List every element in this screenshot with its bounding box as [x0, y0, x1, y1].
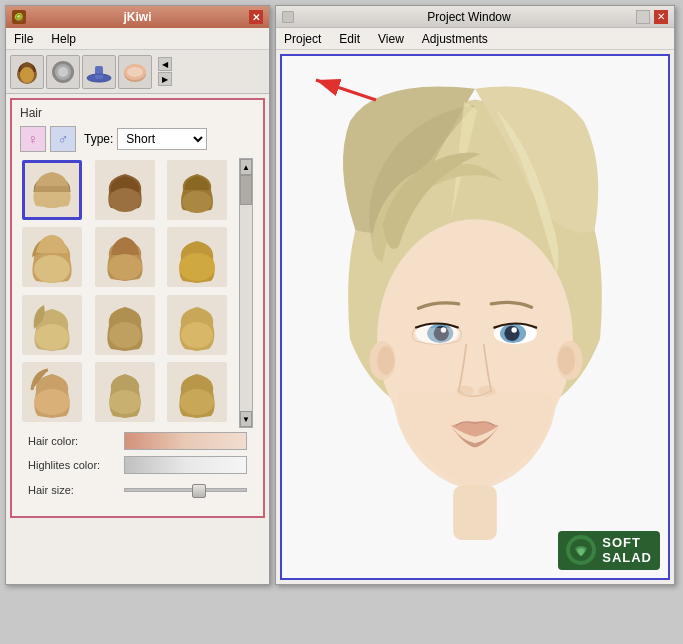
powder-tool-icon[interactable]	[118, 55, 152, 89]
project-window: Project Window ✕ Project Edit View Adjus…	[275, 5, 675, 585]
menu-file[interactable]: File	[10, 30, 37, 48]
svg-rect-26	[453, 486, 497, 540]
svg-line-24	[316, 80, 376, 100]
highlights-color-row: Highlites color:	[28, 456, 247, 474]
hair-item-3[interactable]	[167, 160, 227, 220]
hair-grid-scrollbar[interactable]: ▲ ▼	[239, 158, 253, 428]
svg-point-14	[34, 255, 70, 283]
project-canvas: SOFT SALAD	[280, 54, 670, 580]
hair-color-bar[interactable]	[124, 432, 247, 450]
project-titlebar: Project Window ✕	[276, 6, 674, 28]
hair-item-12[interactable]	[167, 362, 227, 422]
brush-tool-icon[interactable]	[46, 55, 80, 89]
svg-point-40	[558, 346, 575, 374]
scroll-down-button[interactable]: ▼	[240, 411, 252, 427]
hair-item-11[interactable]	[95, 362, 155, 422]
menu-help[interactable]: Help	[47, 30, 80, 48]
highlights-color-bar[interactable]	[124, 456, 247, 474]
watermark: SOFT SALAD	[558, 531, 660, 570]
menu-edit[interactable]: Edit	[335, 30, 364, 48]
type-label: Type:	[84, 132, 113, 146]
jkiwi-titlebar: 🥝 jKiwi ✕	[6, 6, 269, 28]
toolbar-next-button[interactable]: ▶	[158, 72, 172, 86]
menu-project[interactable]: Project	[280, 30, 325, 48]
svg-point-34	[511, 327, 516, 332]
watermark-logo	[566, 535, 596, 565]
toolbar-prev-button[interactable]: ◀	[158, 57, 172, 71]
hair-size-slider[interactable]	[124, 480, 247, 500]
hat-tool-icon[interactable]	[82, 55, 116, 89]
hair-item-6[interactable]	[167, 227, 227, 287]
hair-section-title: Hair	[20, 106, 255, 120]
female-gender-button[interactable]: ♀	[20, 126, 46, 152]
svg-rect-6	[95, 66, 103, 79]
gender-type-row: ♀ ♂ Type: Short Medium Long Curly Wavy	[20, 126, 255, 152]
watermark-text: SOFT SALAD	[602, 535, 652, 566]
jkiwi-window: 🥝 jKiwi ✕ File Help	[5, 5, 270, 585]
svg-point-18	[109, 322, 141, 348]
scroll-track	[240, 175, 252, 411]
svg-point-20	[34, 389, 70, 415]
face-illustration	[282, 56, 668, 578]
jkiwi-title: jKiwi	[123, 10, 151, 24]
project-title: Project Window	[302, 10, 636, 24]
hair-grid	[20, 158, 255, 428]
jkiwi-menubar: File Help	[6, 28, 269, 50]
hair-item-10[interactable]	[22, 362, 82, 422]
svg-point-22	[180, 389, 214, 415]
male-gender-button[interactable]: ♂	[50, 126, 76, 152]
hair-grid-container: ▲ ▼	[20, 158, 255, 428]
svg-point-15	[108, 254, 142, 280]
svg-point-16	[179, 253, 215, 281]
hair-item-4[interactable]	[22, 227, 82, 287]
svg-point-17	[35, 324, 69, 350]
app-icon: 🥝	[12, 10, 26, 24]
slider-thumb[interactable]	[192, 484, 206, 498]
toolbar: ◀ ▶	[6, 50, 269, 94]
toolbar-nav: ◀ ▶	[158, 57, 172, 86]
svg-point-13	[182, 191, 212, 213]
hair-color-label: Hair color:	[28, 435, 118, 447]
svg-point-4	[58, 67, 68, 77]
hair-item-8[interactable]	[95, 295, 155, 355]
highlights-color-label: Highlites color:	[28, 459, 118, 471]
svg-point-19	[181, 322, 213, 348]
scroll-thumb[interactable]	[240, 175, 252, 205]
svg-point-38	[377, 346, 394, 374]
hair-item-5[interactable]	[95, 227, 155, 287]
hair-item-7[interactable]	[22, 295, 82, 355]
project-icon	[282, 11, 294, 23]
hair-item-1[interactable]	[22, 160, 82, 220]
hair-section: Hair ♀ ♂ Type: Short Medium Long Curly W…	[10, 98, 265, 518]
hair-tool-icon[interactable]	[10, 55, 44, 89]
hair-size-row: Hair size:	[28, 480, 247, 500]
svg-point-1	[20, 67, 34, 83]
slider-track	[124, 488, 247, 492]
type-select[interactable]: Short Medium Long Curly Wavy	[117, 128, 207, 150]
hair-item-2[interactable]	[95, 160, 155, 220]
project-menubar: Project Edit View Adjustments	[276, 28, 674, 50]
bottom-controls: Hair color: Highlites color: Hair size:	[20, 428, 255, 510]
jkiwi-close-button[interactable]: ✕	[249, 10, 263, 24]
menu-view[interactable]: View	[374, 30, 408, 48]
svg-point-21	[109, 390, 141, 414]
hair-color-row: Hair color:	[28, 432, 247, 450]
scroll-up-button[interactable]: ▲	[240, 159, 252, 175]
red-arrow	[296, 70, 386, 110]
svg-point-33	[504, 326, 519, 341]
project-close-button[interactable]: ✕	[654, 10, 668, 24]
hair-item-9[interactable]	[167, 295, 227, 355]
svg-point-10	[127, 67, 143, 77]
svg-point-12	[109, 188, 141, 212]
project-minimize-button[interactable]	[636, 10, 650, 24]
menu-adjustments[interactable]: Adjustments	[418, 30, 492, 48]
hair-size-label: Hair size:	[28, 484, 118, 496]
